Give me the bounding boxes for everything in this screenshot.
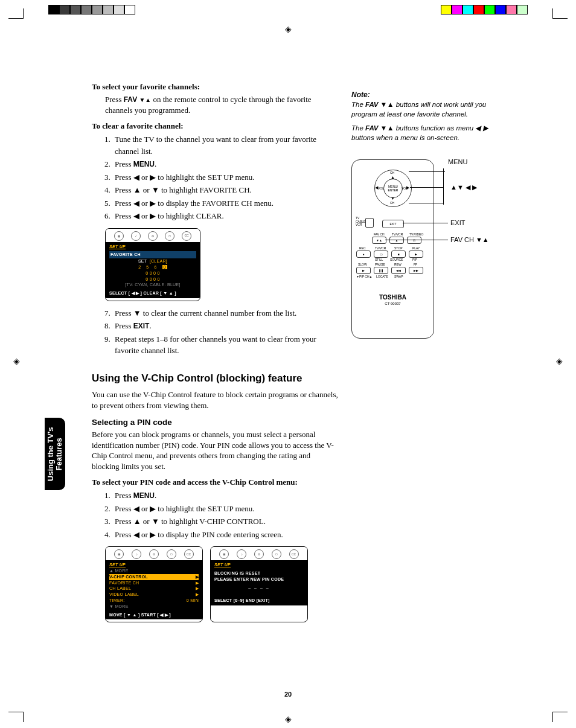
clear-steps-list-2: Press ▼ to clear the current channel num… (92, 307, 339, 357)
brand-label: TOSHIBA (352, 294, 434, 301)
osd-grid: 2 5 6 0 (109, 264, 196, 270)
pin-intro: Before you can block programs or channel… (92, 429, 339, 471)
osd-screen-setup: ▣ ♪ ⚙ ▭ CC SET UP ▲ MORE V-CHIP CONTROL▶… (105, 546, 203, 622)
vol-label: VOL (402, 187, 408, 190)
callout-line (409, 203, 444, 203)
side-column: Note: The FAV ▼▲ buttons will not work u… (351, 91, 490, 339)
osd-menu-row: V-CHIP CONTROL▶ (109, 574, 199, 580)
label: SWAP (394, 275, 403, 278)
osd-screen-favorite-ch: ▣ ♪ ⚙ ▭ CC SET UP FAVORITE CH SET [CLEAR… (105, 228, 200, 301)
rew-button: ◀◀ (391, 267, 406, 274)
up-arrow-icon: ▲ (391, 175, 395, 179)
osd-footer: SELECT [0–9] END [EXIT] (214, 598, 304, 604)
callout-arrows: ▲▼ ◀ ▶ (450, 184, 477, 191)
list-item: Press ◀ or ▶ to display the PIN code ent… (112, 529, 339, 541)
list-item: Press EXIT. (112, 320, 339, 332)
label: STILL (375, 258, 383, 261)
heading-pin: Selecting a PIN code (92, 418, 339, 427)
list-item: Repeat steps 1–8 for other channels you … (112, 333, 339, 357)
ch-label: CH (390, 171, 394, 174)
clear-steps-list: Tune the TV to the channel you want to c… (92, 133, 339, 222)
rec-button: ● (356, 251, 371, 258)
callout-exit: EXIT (450, 219, 465, 226)
picture-icon: ▣ (114, 549, 124, 559)
side-tab-label: Using the TV'sFeatures (46, 427, 64, 481)
ch-label: CH (390, 201, 394, 205)
source-switch: TV CABLE VCR (356, 217, 365, 227)
av-icon: ▭ (167, 549, 176, 559)
callout-favch: FAV CH ▼▲ (450, 236, 489, 243)
menu-enter-button: MENU/ENTER (383, 179, 403, 198)
heading-clear-favorite: To clear a favorite channel: (92, 121, 339, 131)
list-item: Press ◀ or ▶ to highlight the SET UP men… (112, 171, 339, 184)
list-item: Press ◀ or ▶ to highlight the SET UP men… (112, 503, 339, 515)
list-item: Press ▼ to clear the current channel num… (112, 307, 339, 319)
text: The (351, 124, 365, 132)
label: TV/VIDEO (409, 232, 423, 236)
tvvcr-button: ▭ (374, 251, 388, 258)
cc-icon: CC (289, 549, 299, 559)
exit-button: EXIT (382, 220, 404, 228)
label: FAV CH (374, 232, 385, 236)
label: TV/VCR (375, 246, 386, 250)
osd-title: SET UP (109, 562, 199, 568)
osd-menu-row: TIMER:0 MIN (109, 598, 199, 604)
fav-button-label: FAV (124, 95, 137, 104)
label: STOP (394, 246, 403, 250)
callout-line (385, 240, 448, 240)
osd-section: FAVORITE CH (109, 251, 196, 258)
settings-icon: ⚙ (149, 549, 159, 559)
list-item: Press MENU. (112, 490, 339, 502)
color-bar (441, 5, 528, 14)
pause-button: ❚❚ (374, 267, 388, 274)
audio-icon: ♪ (237, 549, 246, 559)
list-item: Press ▲ or ▼ to highlight FAVORITE CH. (112, 184, 339, 196)
osd-menu-row: FAVORITE CH▶ (109, 580, 199, 586)
label: SOURCE (390, 258, 403, 261)
ff-button: ▶▶ (409, 267, 423, 274)
stop-button: ■ (391, 251, 406, 258)
callout-line (410, 187, 443, 188)
tvvideo-button: ⊡ (407, 237, 421, 244)
list-item: Press ◀ or ▶ to display the FAVORITE CH … (112, 197, 339, 209)
osd-title: SET UP (214, 562, 304, 568)
callout-line (403, 223, 448, 223)
osd-row: SET [CLEAR] (109, 258, 196, 264)
vol-label: VOL (378, 187, 384, 190)
settings-icon: ⚙ (148, 231, 158, 241)
label: FF (414, 263, 417, 266)
osd-more: ▲ MORE (109, 568, 199, 574)
remote-diagram: MENU/ENTER CH ▲ CH ▼ ◀ VOL ▶ VOL TV CABL… (351, 159, 490, 339)
osd-grid-row: 0 0 0 0 (109, 270, 196, 276)
label: REW (394, 263, 402, 266)
main-column: To select your favorite channels: Press … (92, 80, 339, 622)
osd-legend: [TV: CYAN, CABLE: BLUE] (109, 282, 196, 288)
text: The (351, 101, 365, 108)
label: PIP (412, 258, 417, 261)
audio-icon: ♪ (132, 549, 141, 559)
label: LOCATE (376, 275, 388, 278)
crop-mark-icon (8, 8, 24, 19)
list-item: Tune the TV to the channel you want to c… (112, 133, 339, 157)
callout-menu: MENU (448, 158, 467, 165)
fav-label: FAV ▼▲ (365, 124, 394, 132)
label: REC (359, 246, 366, 250)
heading-select-favorite: To select your favorite channels: (92, 82, 339, 92)
remote-body: MENU/ENTER CH ▲ CH ▼ ◀ VOL ▶ VOL TV CABL… (351, 159, 434, 339)
osd-dashes: – – – – (214, 585, 304, 591)
label: PAUSE (375, 263, 385, 266)
settings-icon: ⚙ (254, 549, 264, 559)
favch-button: ▼▲ (372, 237, 386, 244)
list-item: Press ◀ or ▶ to highlight CLEAR. (112, 210, 339, 222)
fav-label: FAV ▼▲ (365, 101, 394, 108)
model-label: CT-90037 (352, 302, 434, 305)
callout-bracket (443, 168, 444, 205)
osd-line: BLOCKING IS RESET (214, 570, 304, 576)
text: Press (105, 95, 124, 104)
note-p1: The FAV ▼▲ buttons will not work until y… (351, 100, 490, 119)
cc-icon: CC (182, 231, 191, 241)
osd-menu-row: VIDEO LABEL▶ (109, 592, 199, 598)
slider-icon (365, 218, 374, 228)
registration-target-icon: ◈ (13, 356, 20, 366)
fav-press-text: Press FAV ▼▲ on the remote control to cy… (105, 94, 339, 115)
